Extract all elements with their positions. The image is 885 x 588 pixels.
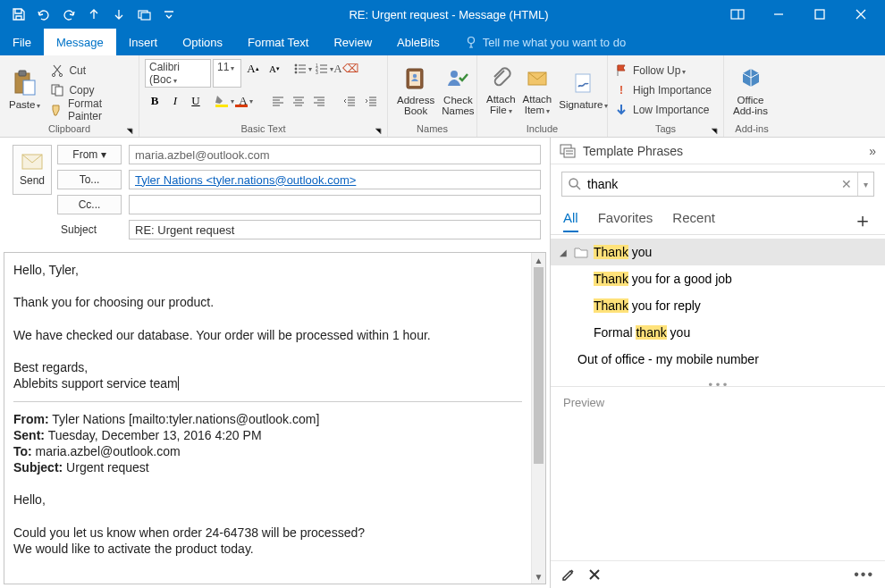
cc-field[interactable]	[129, 195, 541, 214]
tab-insert[interactable]: Insert	[116, 29, 171, 55]
close-button[interactable]	[840, 0, 881, 29]
decrease-indent-icon[interactable]	[340, 91, 359, 111]
office-addins-button[interactable]: Office Add-ins	[729, 64, 771, 116]
decrease-font-icon[interactable]: A▾	[265, 59, 284, 79]
font-color-icon[interactable]: A	[236, 91, 256, 111]
pane-tab-favorites[interactable]: Favorites	[598, 210, 653, 232]
font-size-select[interactable]: 11	[213, 59, 241, 88]
to-field[interactable]: Tyler Nations <tyler.nations@outlook.com…	[129, 170, 541, 189]
pane-tabs: All Favorites Recent ＋	[551, 204, 885, 234]
from-button[interactable]: From ▾	[57, 145, 122, 164]
office-addins-label: Office Add-ins	[733, 95, 768, 116]
attach-item-button[interactable]: Attach Item	[519, 63, 556, 117]
font-name-select[interactable]: Calibri (Boc	[145, 59, 211, 88]
ribbon-display-options-icon[interactable]	[717, 0, 758, 29]
high-importance-button[interactable]: !High Importance	[613, 80, 712, 100]
tab-review[interactable]: Review	[321, 29, 384, 55]
qat-customize-icon[interactable]	[157, 3, 181, 26]
address-book-button[interactable]: Address Book	[393, 64, 438, 116]
search-icon	[568, 177, 582, 191]
tree-caret-icon[interactable]: ◢	[560, 248, 569, 257]
pane-tab-recent[interactable]: Recent	[672, 210, 715, 232]
svg-point-29	[569, 179, 577, 187]
highlight-color-icon[interactable]	[215, 91, 234, 111]
scroll-track[interactable]	[532, 267, 545, 569]
pane-tab-all[interactable]: All	[563, 210, 578, 232]
to-recipient[interactable]: Tyler Nations <tyler.nations@outlook.com…	[135, 173, 356, 187]
cc-button[interactable]: Cc...	[57, 195, 122, 214]
tell-me[interactable]: Tell me what you want to do	[452, 29, 626, 55]
underline-button[interactable]: U	[186, 91, 206, 111]
tab-ablebits[interactable]: AbleBits	[384, 29, 452, 55]
pane-title: Template Phrases	[583, 144, 683, 158]
pane-add-button[interactable]: ＋	[853, 207, 872, 234]
increase-font-icon[interactable]: A▴	[243, 59, 263, 79]
check-names-button[interactable]: Check Names	[438, 64, 477, 116]
signature-icon	[569, 69, 598, 97]
clear-formatting-icon[interactable]: A⌫	[336, 59, 356, 79]
pane-separator-dots[interactable]: • • •	[551, 378, 885, 387]
subject-field[interactable]: RE: Urgent request	[129, 220, 541, 239]
body-scrollbar[interactable]: ▲ ▼	[531, 253, 545, 584]
tab-message[interactable]: Message	[44, 29, 116, 55]
bullets-icon[interactable]	[293, 59, 313, 79]
maximize-button[interactable]	[799, 0, 840, 29]
tab-file[interactable]: File	[0, 29, 44, 55]
svg-rect-18	[215, 105, 228, 107]
redo-icon[interactable]	[57, 3, 80, 26]
next-item-icon[interactable]	[107, 3, 131, 26]
group-include: Attach File Attach Item Signature Includ…	[477, 55, 608, 137]
format-painter-button[interactable]: Format Painter	[49, 100, 133, 120]
scroll-down-icon[interactable]: ▼	[532, 569, 545, 584]
tree-folder-row[interactable]: ◢ Thank you	[551, 239, 885, 265]
tree-item-row[interactable]: Thank you for a good job	[551, 265, 885, 292]
tree-item-row[interactable]: Out of office - my mobile number	[551, 346, 885, 373]
align-center-icon[interactable]	[289, 91, 308, 111]
tree-item-row[interactable]: Formal thank you	[551, 319, 885, 346]
send-button[interactable]: Send	[13, 145, 52, 195]
undo-icon[interactable]	[32, 3, 55, 26]
search-clear-icon[interactable]: ✕	[841, 177, 852, 191]
message-body-content[interactable]: Hello, Tyler, Thank you for choosing our…	[4, 253, 531, 584]
pane-more-icon[interactable]: •••	[854, 567, 874, 583]
pane-collapse-icon[interactable]: »	[869, 144, 876, 158]
addins-icon	[737, 64, 765, 93]
message-body[interactable]: Hello, Tyler, Thank you for choosing our…	[4, 252, 546, 584]
search-options-icon[interactable]: ▾	[864, 180, 868, 189]
body-greeting: Hello, Tyler,	[13, 262, 522, 278]
previous-item-icon[interactable]	[82, 3, 105, 26]
scroll-thumb[interactable]	[534, 267, 544, 464]
pane-search: ✕ ▾	[551, 164, 885, 204]
tags-dialog-launcher[interactable]	[711, 126, 720, 135]
tab-format-text[interactable]: Format Text	[235, 29, 321, 55]
clipboard-dialog-launcher[interactable]	[126, 126, 135, 135]
italic-button[interactable]: I	[165, 91, 185, 111]
search-input[interactable]	[587, 177, 836, 191]
follow-up-button[interactable]: Follow Up	[613, 61, 712, 80]
minimize-button[interactable]	[758, 0, 799, 29]
tab-options[interactable]: Options	[170, 29, 235, 55]
tree-item-row[interactable]: Thank you for reply	[551, 292, 885, 319]
delete-icon[interactable]	[588, 568, 601, 581]
svg-rect-19	[235, 105, 248, 107]
align-right-icon[interactable]	[309, 91, 329, 111]
paste-button[interactable]: Paste	[5, 69, 44, 112]
attach-file-button[interactable]: Attach File	[483, 63, 519, 117]
numbering-icon[interactable]: 123	[315, 59, 334, 79]
to-button[interactable]: To...	[57, 170, 122, 189]
low-importance-button[interactable]: Low Importance	[613, 100, 712, 120]
align-left-icon[interactable]	[268, 91, 288, 111]
bold-button[interactable]: B	[145, 91, 164, 111]
save-icon[interactable]	[7, 3, 30, 26]
format-painter-label: Format Painter	[68, 97, 133, 122]
paste-label: Paste	[9, 99, 40, 112]
basic-text-dialog-launcher[interactable]	[375, 126, 384, 135]
increase-indent-icon[interactable]	[361, 91, 381, 111]
attach-item-label: Attach Item	[523, 94, 552, 117]
edit-icon[interactable]	[561, 567, 576, 582]
cut-button[interactable]: Cut	[49, 61, 133, 80]
send-receive-icon[interactable]	[132, 3, 156, 26]
attach-item-icon	[523, 63, 552, 92]
signature-button[interactable]: Signature	[555, 69, 611, 112]
scroll-up-icon[interactable]: ▲	[532, 253, 545, 267]
